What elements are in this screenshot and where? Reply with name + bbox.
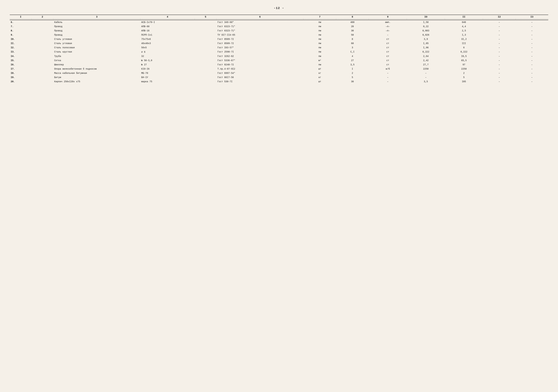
cell-r8-c13: – bbox=[515, 50, 548, 54]
cell-r14-c4: БН-IУ bbox=[140, 75, 195, 79]
cell-r4-c12: – bbox=[483, 33, 515, 37]
cell-r2-c2 bbox=[32, 24, 53, 29]
cell-r7-c8: 3 bbox=[336, 45, 369, 50]
cell-r4-c13: – bbox=[515, 33, 548, 37]
cell-r14-c1: I9. bbox=[10, 75, 32, 79]
cell-r13-c12: – bbox=[483, 71, 515, 75]
cell-r2-c9: –п– bbox=[369, 24, 407, 29]
cell-r12-c2 bbox=[32, 67, 53, 71]
cell-r13-c6: Гост 6997-54* bbox=[216, 71, 303, 75]
cell-r15-c4: марка 75 bbox=[140, 79, 195, 84]
cell-r1-c1: 6. bbox=[10, 20, 32, 24]
col-header-5: 5 bbox=[195, 15, 216, 19]
table-row: I8.Масса кабельная битумнаяМБ-70Гост 699… bbox=[10, 71, 548, 75]
cell-r2-c7: пм bbox=[303, 24, 336, 29]
cell-r7-c3: Сталь полосовая bbox=[53, 45, 140, 50]
cell-r11-c12: – bbox=[483, 63, 515, 67]
cell-r12-c4: КI0-I6 bbox=[140, 67, 195, 71]
cell-r10-c8: 27 bbox=[336, 58, 369, 63]
cell-r5-c10: 3,9 bbox=[407, 37, 445, 41]
col-header-10: IO bbox=[407, 15, 445, 19]
cell-r14-c6: Гост 66I7-56 bbox=[216, 75, 303, 79]
cell-r12-c9: ж/б bbox=[369, 67, 407, 71]
cell-r11-c13: – bbox=[515, 63, 548, 67]
cell-r8-c9: ст bbox=[369, 50, 407, 54]
cell-r13-c13: – bbox=[515, 71, 548, 75]
cell-r14-c11: 5 bbox=[445, 75, 483, 79]
cell-r6-c4: 40х40х3 bbox=[140, 41, 195, 45]
cell-r8-c7: пм bbox=[303, 50, 336, 54]
cell-r2-c11: 4,4 bbox=[445, 24, 483, 29]
cell-r8-c8: C,I bbox=[336, 50, 369, 54]
cell-r14-c5 bbox=[195, 75, 216, 79]
cell-r8-c6: Гост 2590-7I bbox=[216, 50, 303, 54]
cell-r3-c2 bbox=[32, 29, 53, 33]
cell-r7-c13: – bbox=[515, 45, 548, 50]
cell-r7-c7: пм bbox=[303, 45, 336, 50]
col-header-2: 2 bbox=[32, 15, 53, 19]
cell-r11-c9: ст bbox=[369, 63, 407, 67]
cell-r3-c12: – bbox=[483, 29, 515, 33]
cell-r15-c13: – bbox=[515, 79, 548, 84]
cell-r3-c3: Провод bbox=[53, 29, 140, 33]
column-header-row: I 2 3 4 5 6 7 8 9 IO II I2 I3 bbox=[10, 15, 548, 19]
cell-r6-c1: II. bbox=[10, 41, 32, 45]
cell-r2-c1: 7. bbox=[10, 24, 32, 29]
cell-r6-c5 bbox=[195, 41, 216, 45]
cell-r13-c9: – bbox=[369, 71, 407, 75]
cell-r4-c7: пм bbox=[303, 33, 336, 37]
cell-r14-c13: – bbox=[515, 75, 548, 79]
cell-r9-c7: пм bbox=[303, 54, 336, 58]
cell-r8-c12: – bbox=[483, 50, 515, 54]
col-header-3: 3 bbox=[53, 15, 140, 19]
cell-r5-c4: 75х75х6 bbox=[140, 37, 195, 41]
cell-r5-c7: пм bbox=[303, 37, 336, 41]
data-table: I 2 3 4 5 6 7 8 9 IO II I2 I3 6.КабельАС… bbox=[10, 15, 548, 84]
cell-r15-c7: шт bbox=[303, 79, 336, 84]
col-header-6: 6 bbox=[216, 15, 303, 19]
cell-r3-c1: 8. bbox=[10, 29, 32, 33]
cell-r14-c2 bbox=[32, 75, 53, 79]
cell-r7-c12: – bbox=[483, 45, 515, 50]
col-header-9: 9 bbox=[369, 15, 407, 19]
cell-r12-c11: 2250 bbox=[445, 67, 483, 71]
cell-r1-c4: АСБ-Iх70-I bbox=[140, 20, 195, 24]
cell-r4-c8: 50 bbox=[336, 33, 369, 37]
table-row: 8.ПроводАПВ-16Гост 6323-71*пм30–п–0,0832… bbox=[10, 29, 548, 33]
table-row: I0.Сталь угловая75х75х6Гост 8509-72пм8ст… bbox=[10, 37, 548, 41]
cell-r8-c3: Сталь круглая bbox=[53, 50, 140, 54]
cell-r8-c4: ∅ 6 bbox=[140, 50, 195, 54]
cell-r10-c6: Гост 5336-67* bbox=[216, 58, 303, 63]
col-header-8: 8 bbox=[336, 15, 369, 19]
cell-r1-c2 bbox=[32, 20, 53, 24]
cell-r9-c5 bbox=[195, 54, 216, 58]
cell-r11-c4: № 27 bbox=[140, 63, 195, 67]
cell-r15-c6: Гост 530-7I bbox=[216, 79, 303, 84]
cell-r10-c12: – bbox=[483, 58, 515, 63]
cell-r7-c1: I2. bbox=[10, 45, 32, 50]
cell-r9-c3: Труба bbox=[53, 54, 140, 58]
cell-r12-c8: I bbox=[336, 67, 369, 71]
cell-r9-c12: – bbox=[483, 54, 515, 58]
cell-r4-c10: 0,026 bbox=[407, 33, 445, 37]
cell-r8-c10: 0,222 bbox=[407, 50, 445, 54]
cell-r4-c9: – bbox=[369, 33, 407, 37]
cell-r6-c13: – bbox=[515, 41, 548, 45]
cell-r2-c3: Провод bbox=[53, 24, 140, 29]
cell-r4-c1: 9. bbox=[10, 33, 32, 37]
cell-r9-c13: – bbox=[515, 54, 548, 58]
cell-r15-c11: I05 bbox=[445, 79, 483, 84]
cell-r4-c2 bbox=[32, 33, 53, 37]
cell-r1-c8: 400 bbox=[336, 20, 369, 24]
cell-r7-c11: 6 bbox=[445, 45, 483, 50]
cell-r3-c6: Гост 6323-71* bbox=[216, 29, 303, 33]
col-header-1: I bbox=[10, 15, 32, 19]
table-row: 20.Кирпич 250хI20х х75марка 75Гост 530-7… bbox=[10, 79, 548, 84]
cell-r5-c5 bbox=[195, 37, 216, 41]
cell-r7-c4: 50х5 bbox=[140, 45, 195, 50]
cell-r14-c10: – bbox=[407, 75, 445, 79]
cell-r8-c1: I3. bbox=[10, 50, 32, 54]
cell-r2-c12: – bbox=[483, 24, 515, 29]
cell-r12-c13: – bbox=[515, 67, 548, 71]
table-row: 6.КабельАСБ-Iх70-IГост 349-68*пм400амп.I… bbox=[10, 20, 548, 24]
